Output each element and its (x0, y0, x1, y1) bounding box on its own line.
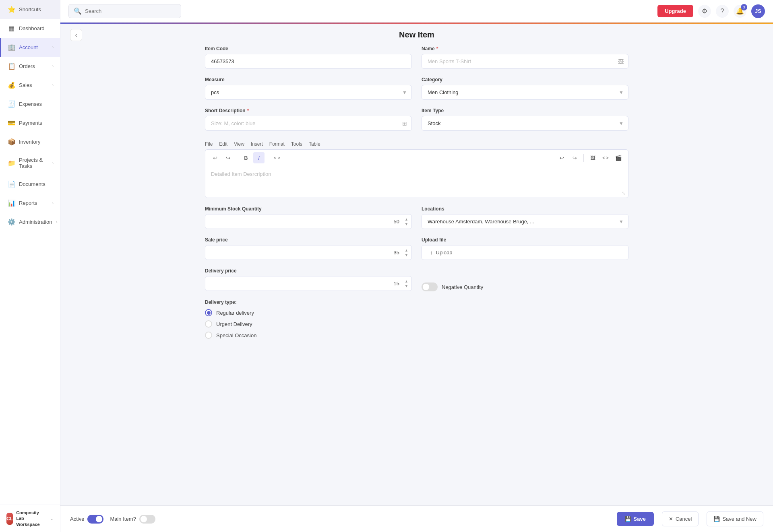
min-stock-label: Minimum Stock Quantity (205, 206, 412, 212)
user-avatar[interactable]: JS (751, 4, 765, 18)
delivery-price-input[interactable] (205, 276, 412, 291)
upload-button[interactable]: ↑ Upload (422, 245, 628, 260)
spinner-up[interactable]: ▲ (404, 248, 409, 252)
menu-format[interactable]: Format (269, 141, 285, 147)
editor-toolbar: ↩ ↪ B I < > ↩ ↪ 🖼 < > 🎬 (205, 149, 628, 166)
measure-group: Measure pcs kg liter ▼ (205, 77, 412, 100)
min-stock-input[interactable] (205, 214, 412, 229)
code2-button[interactable]: < > (600, 152, 611, 163)
item-type-select-wrapper: Stock Service Digital ▼ (422, 116, 628, 131)
main-item-group: Main Item? (110, 515, 155, 524)
sidebar-item-label: Orders (19, 63, 35, 69)
form-row-5: Sale price ▲ ▼ Upload file ↑ Upload (205, 237, 628, 260)
item-type-select[interactable]: Stock Service Digital (422, 116, 628, 131)
sidebar-item-documents[interactable]: 📄 Documents (0, 175, 60, 194)
measure-select[interactable]: pcs kg liter (205, 85, 412, 100)
upload-icon: ↑ (430, 250, 433, 256)
sidebar-item-reports[interactable]: 📊 Reports › (0, 194, 60, 212)
sale-price-input[interactable] (205, 245, 412, 260)
workspace-switcher[interactable]: CL Composity Lab Workspace ⌄ (0, 505, 60, 532)
save-and-new-button[interactable]: 💾 Save and New (707, 511, 763, 526)
negative-quantity-toggle[interactable] (422, 282, 438, 291)
sidebar-item-expenses[interactable]: 🧾 Expenses (0, 95, 60, 113)
form-row-4: Minimum Stock Quantity ▲ ▼ Locations War… (205, 206, 628, 229)
required-mark: * (436, 46, 438, 52)
topbar-right: Upgrade ⚙ ? 🔔 3 JS (657, 4, 765, 18)
sidebar-item-label: Shortcuts (19, 6, 41, 12)
negative-quantity-group: Negative Quantity (422, 282, 628, 291)
spinner-down[interactable]: ▼ (404, 222, 409, 226)
expand-icon: ⊞ (402, 120, 407, 127)
locations-group: Locations Warehouse Amsterdam, Warehouse… (422, 206, 628, 229)
help-button[interactable]: ? (716, 5, 729, 18)
sidebar-item-shortcuts[interactable]: ⭐ Shortcuts (0, 0, 60, 19)
spinner-down[interactable]: ▼ (404, 253, 409, 257)
category-select[interactable]: Men Clothing Women Clothing Accessories (422, 85, 628, 100)
menu-file[interactable]: File (205, 141, 213, 147)
radio-inner (207, 311, 211, 315)
short-desc-input[interactable] (205, 116, 412, 131)
menu-tools[interactable]: Tools (291, 141, 302, 147)
radio-regular-label: Regular delivery (216, 310, 254, 316)
menu-insert[interactable]: Insert (251, 141, 263, 147)
cancel-button[interactable]: ✕ Cancel (662, 511, 699, 526)
cancel-icon: ✕ (669, 516, 673, 522)
resize-handle[interactable]: ⤡ (622, 190, 626, 196)
upgrade-button[interactable]: Upgrade (657, 5, 693, 17)
sidebar-item-projects[interactable]: 📁 Projects & Tasks › (0, 151, 60, 175)
editor-body[interactable]: Detailed Item Desrcription ⤡ (205, 166, 628, 198)
item-code-input[interactable] (205, 54, 412, 69)
save-icon: 💾 (625, 516, 631, 522)
video-button[interactable]: 🎬 (613, 152, 624, 163)
save-button[interactable]: 💾 Save (617, 512, 654, 526)
chevron-right-icon: › (52, 64, 54, 68)
undo-button[interactable]: ↩ (209, 152, 221, 163)
spinner-up[interactable]: ▲ (404, 279, 409, 283)
settings-button[interactable]: ⚙ (698, 5, 711, 18)
bold-button[interactable]: B (240, 152, 252, 163)
sidebar-item-administration[interactable]: ⚙️ Administration › (0, 212, 60, 231)
search-box[interactable]: 🔍 (68, 4, 181, 18)
sidebar-item-dashboard[interactable]: ▦ Dashboard (0, 19, 60, 38)
undo2-button[interactable]: ↩ (556, 152, 567, 163)
menu-edit[interactable]: Edit (219, 141, 227, 147)
code-button[interactable]: < > (271, 152, 283, 163)
form-row-2: Measure pcs kg liter ▼ Category (205, 77, 628, 100)
locations-select[interactable]: Warehouse Amsterdam, Warehouse Bruge, ..… (422, 214, 628, 229)
redo-button[interactable]: ↪ (222, 152, 234, 163)
main-item-toggle[interactable] (139, 515, 155, 524)
sidebar-item-orders[interactable]: 📋 Orders › (0, 57, 60, 76)
content-area: ‹ New Item Item Code Name * 🖼 (60, 24, 773, 532)
image-button[interactable]: 🖼 (587, 152, 598, 163)
name-group: Name * 🖼 (422, 46, 628, 69)
radio-special[interactable]: Special Occasion (205, 332, 628, 339)
sidebar-item-label: Dashboard (19, 25, 45, 31)
sidebar-item-inventory[interactable]: 📦 Inventory (0, 132, 60, 151)
sales-icon: 💰 (8, 81, 15, 89)
short-desc-input-wrapper: ⊞ (205, 116, 412, 131)
toggle-knob (96, 516, 102, 522)
redo2-button[interactable]: ↪ (569, 152, 580, 163)
bottom-bar-left: Active Main Item? (70, 515, 155, 524)
italic-button[interactable]: I (253, 152, 265, 163)
sidebar-item-account[interactable]: 🏢 Account › (0, 38, 60, 57)
search-input[interactable] (85, 8, 176, 14)
chevron-right-icon: › (56, 220, 57, 224)
workspace-chevron-icon: ⌄ (50, 516, 54, 521)
spinner-down[interactable]: ▼ (404, 284, 409, 288)
menu-table[interactable]: Table (309, 141, 320, 147)
menu-view[interactable]: View (234, 141, 244, 147)
radio-urgent[interactable]: Urgent Delivery (205, 320, 628, 328)
short-desc-label: Short Description * (205, 108, 412, 113)
radio-regular[interactable]: Regular delivery (205, 309, 628, 316)
name-input[interactable] (422, 54, 628, 69)
active-toggle[interactable] (87, 515, 103, 524)
sidebar-item-sales[interactable]: 💰 Sales › (0, 76, 60, 95)
notifications-button[interactable]: 🔔 3 (734, 5, 746, 18)
spinner-up[interactable]: ▲ (404, 217, 409, 221)
bottom-bar: Active Main Item? 💾 Save ✕ Cancel 💾 Save… (60, 505, 773, 532)
back-button[interactable]: ‹ (70, 29, 82, 41)
active-toggle-group: Active (70, 515, 103, 524)
sidebar-item-payments[interactable]: 💳 Payments (0, 113, 60, 132)
reports-icon: 📊 (8, 199, 15, 207)
